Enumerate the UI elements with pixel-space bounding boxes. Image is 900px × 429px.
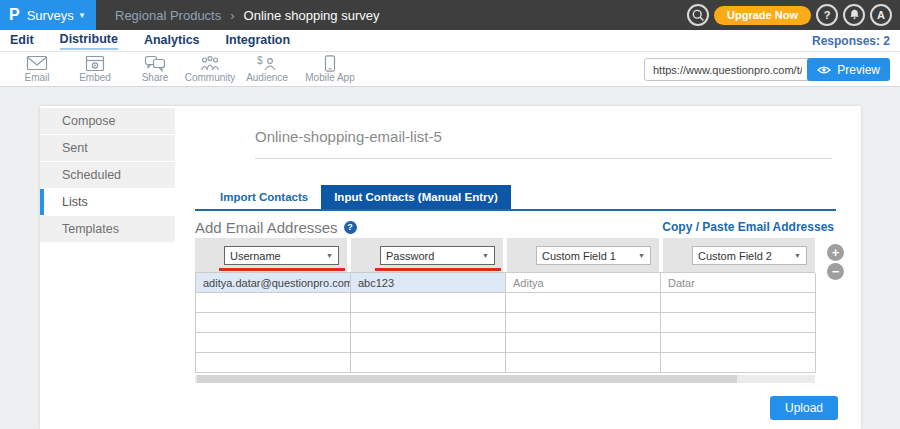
embed-icon (85, 55, 105, 72)
toolbar-item-community[interactable]: Community (181, 55, 239, 83)
add-emails-header: Add Email Addresses ? Copy / Paste Email… (195, 217, 834, 237)
field-select-custom-field-1[interactable]: Custom Field 1 ▼ (536, 246, 651, 265)
cell-email[interactable] (196, 333, 351, 353)
help-button[interactable]: ? (816, 4, 838, 26)
community-icon (199, 55, 221, 72)
sidebar-item-templates[interactable]: Templates (40, 216, 175, 242)
add-emails-title: Add Email Addresses ? (195, 219, 357, 236)
column-header-4: Custom Field 2 ▼ (663, 238, 815, 272)
toolbar-item-label: Share (126, 72, 184, 83)
nav-item-integration[interactable]: Integration (226, 32, 291, 49)
eye-icon (817, 65, 831, 75)
required-underline (219, 268, 345, 271)
nav-item-analytics[interactable]: Analytics (144, 32, 200, 49)
required-underline (375, 268, 501, 271)
cell-password[interactable] (351, 313, 506, 333)
breadcrumb-parent[interactable]: Regional Products (115, 8, 221, 23)
product-switcher[interactable]: P Surveys ▾ (0, 0, 96, 30)
cell-custom1[interactable] (506, 313, 661, 333)
toolbar-item-label: Mobile App (301, 72, 359, 83)
cell-custom1[interactable] (506, 293, 661, 313)
contacts-table: Username ▼ Password ▼ Custom Field 1 ▼ (195, 238, 815, 383)
dropdown-caret-icon: ▼ (482, 252, 489, 259)
toolbar-item-embed[interactable]: Embed (66, 55, 124, 83)
search-button[interactable] (687, 4, 709, 26)
field-select-custom-field-2[interactable]: Custom Field 2 ▼ (692, 246, 807, 265)
cell-email[interactable]: aditya.datar@questionpro.com (196, 273, 351, 293)
cell-password[interactable]: abc123 (351, 273, 506, 293)
breadcrumb-separator-icon: › (230, 8, 234, 23)
horizontal-scrollbar[interactable] (195, 375, 815, 383)
field-select-username[interactable]: Username ▼ (224, 246, 339, 265)
upgrade-button[interactable]: Upgrade Now (714, 6, 811, 25)
preview-label: Preview (837, 63, 880, 77)
notifications-button[interactable] (843, 4, 865, 26)
field-select-value: Custom Field 1 (542, 250, 616, 262)
toolbar-item-share[interactable]: Share (126, 55, 184, 83)
list-detail: Online-shopping-email-list-5 Import Cont… (195, 106, 836, 429)
contacts-table-header: Username ▼ Password ▼ Custom Field 1 ▼ (195, 238, 815, 272)
column-header-2: Password ▼ (351, 238, 503, 272)
cell-email[interactable] (196, 293, 351, 313)
remove-row-button[interactable]: − (827, 263, 844, 280)
sidebar-item-lists[interactable]: Lists (40, 189, 175, 215)
share-icon (144, 55, 166, 72)
breadcrumb-current: Online shopping survey (244, 8, 380, 23)
email-sidebar: Compose Sent Scheduled Lists Templates (40, 108, 175, 243)
toolbar-item-mobile-app[interactable]: Mobile App (301, 55, 359, 83)
cell-custom2[interactable] (661, 333, 816, 353)
field-select-value: Username (230, 250, 281, 262)
field-select-value: Password (386, 250, 434, 262)
cell-password[interactable] (351, 293, 506, 313)
toolbar-item-audience[interactable]: $ Audience (238, 55, 296, 83)
tab-input-contacts-manual[interactable]: Input Contacts (Manual Entry) (321, 185, 511, 209)
upload-button[interactable]: Upload (770, 396, 838, 420)
cell-password[interactable] (351, 353, 506, 373)
bell-icon (848, 8, 861, 22)
preview-button[interactable]: Preview (807, 58, 890, 81)
survey-url-input[interactable] (645, 64, 804, 76)
sidebar-item-compose[interactable]: Compose (40, 108, 175, 134)
add-row-button[interactable]: + (827, 244, 844, 261)
copy-paste-link[interactable]: Copy / Paste Email Addresses (662, 220, 834, 234)
mobile-app-icon (324, 55, 336, 72)
field-select-password[interactable]: Password ▼ (380, 246, 495, 265)
email-list-name[interactable]: Online-shopping-email-list-5 (255, 128, 832, 159)
sidebar-item-sent[interactable]: Sent (40, 135, 175, 161)
tab-import-contacts[interactable]: Import Contacts (207, 185, 321, 209)
cell-custom2[interactable] (661, 293, 816, 313)
cell-custom2[interactable] (661, 353, 816, 373)
field-select-value: Custom Field 2 (698, 250, 772, 262)
column-header-3: Custom Field 1 ▼ (507, 238, 659, 272)
nav-item-edit[interactable]: Edit (10, 32, 34, 49)
dropdown-caret-icon: ▼ (326, 252, 333, 259)
toolbar-item-email[interactable]: Email (8, 55, 66, 83)
nav-item-distribute[interactable]: Distribute (60, 31, 118, 50)
sidebar-item-scheduled[interactable]: Scheduled (40, 162, 175, 188)
toolbar-item-label: Embed (66, 72, 124, 83)
help-icon[interactable]: ? (344, 221, 357, 234)
cell-custom1[interactable]: Aditya (506, 273, 661, 293)
dropdown-caret-icon: ▼ (794, 252, 801, 259)
cell-custom1[interactable] (506, 333, 661, 353)
row-controls: + − (827, 244, 844, 280)
questionpro-logo: P (9, 7, 20, 23)
cell-email[interactable] (196, 353, 351, 373)
responses-count[interactable]: Responses: 2 (812, 34, 890, 48)
contacts-tabs: Import Contacts Input Contacts (Manual E… (195, 185, 836, 211)
email-icon (26, 55, 48, 72)
cell-custom1[interactable] (506, 353, 661, 373)
toolbar-item-label: Community (181, 72, 239, 83)
lists-panel: Compose Sent Scheduled Lists Templates O… (40, 106, 861, 429)
cell-custom2[interactable]: Datar (661, 273, 816, 293)
cell-password[interactable] (351, 333, 506, 353)
column-header-1: Username ▼ (195, 238, 347, 272)
top-app-bar: P Surveys ▾ Regional Products › Online s… (0, 0, 900, 30)
add-emails-title-text: Add Email Addresses (195, 219, 338, 236)
avatar[interactable]: A (870, 4, 892, 26)
cell-custom2[interactable] (661, 313, 816, 333)
cell-email[interactable] (196, 313, 351, 333)
toolbar-item-label: Email (8, 72, 66, 83)
scrollbar-thumb[interactable] (197, 375, 737, 383)
section-nav: Edit Distribute Analytics Integration Re… (0, 30, 900, 52)
